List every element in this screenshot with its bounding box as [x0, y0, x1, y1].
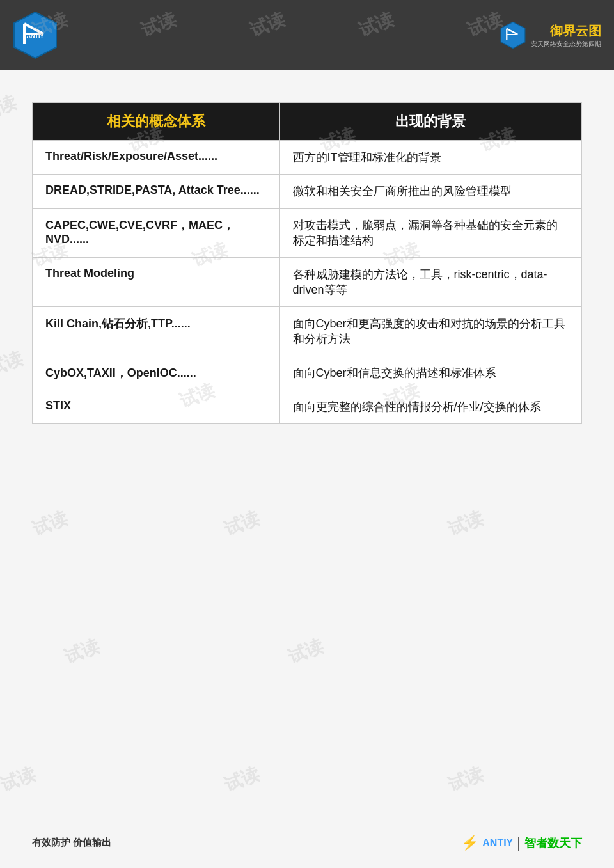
lightning-icon: ⚡ — [461, 835, 478, 851]
table-header-row: 相关的概念体系 出现的背景 — [33, 103, 582, 141]
table-cell-right: 微软和相关安全厂商所推出的风险管理模型 — [279, 175, 581, 209]
col-left-header: 相关的概念体系 — [33, 103, 280, 141]
footer-antiy-text: ANTIY — [482, 837, 513, 849]
table-row: Kill Chain,钻石分析,TTP......面向Cyber和更高强度的攻击… — [33, 307, 582, 356]
footer-separator: | — [517, 835, 521, 851]
table-cell-right: 面向更完整的综合性的情报分析/作业/交换的体系 — [279, 390, 581, 424]
table-cell-left: STIX — [33, 390, 280, 424]
table-cell-right: 对攻击模式，脆弱点，漏洞等各种基础的安全元素的标定和描述结构 — [279, 209, 581, 258]
table-body: Threat/Risk/Exposure/Asset......西方的IT管理和… — [33, 141, 582, 424]
table-cell-right: 面向Cyber和信息交换的描述和标准体系 — [279, 356, 581, 390]
header-right-logo: 御界云图 安天网络安全态势第四期 — [500, 21, 601, 49]
table-cell-right: 各种威胁建模的方法论，工具，risk-centric，data-driven等等 — [279, 258, 581, 307]
footer-logo: ⚡ ANTIY | 智者数天下 — [461, 835, 582, 851]
footer-tagline: 有效防护 价值输出 — [32, 837, 111, 849]
table-cell-left: Kill Chain,钻石分析,TTP...... — [33, 307, 280, 356]
header-brand-name: 御界云图 — [531, 22, 601, 40]
svg-marker-5 — [501, 22, 525, 48]
table-row: Threat/Risk/Exposure/Asset......西方的IT管理和… — [33, 141, 582, 175]
table-cell-left: Threat Modeling — [33, 258, 280, 307]
table-row: DREAD,STRIDE,PASTA, Attack Tree......微软和… — [33, 175, 582, 209]
table-row: CybOX,TAXII，OpenIOC......面向Cyber和信息交换的描述… — [33, 356, 582, 390]
header-brand-subtitle: 安天网络安全态势第四期 — [531, 40, 601, 49]
table-cell-left: Threat/Risk/Exposure/Asset...... — [33, 141, 280, 175]
page-header: ANTIY 御界云图 安天网络安全态势第四期 — [0, 0, 614, 70]
table-row: STIX面向更完整的综合性的情报分析/作业/交换的体系 — [33, 390, 582, 424]
page-footer: 有效防护 价值输出 ⚡ ANTIY | 智者数天下 — [0, 817, 614, 868]
table-cell-right: 西方的IT管理和标准化的背景 — [279, 141, 581, 175]
table-cell-right: 面向Cyber和更高强度的攻击和对抗的场景的分析工具和分析方法 — [279, 307, 581, 356]
main-content: 相关的概念体系 出现的背景 Threat/Risk/Exposure/Asset… — [0, 70, 614, 817]
footer-zh-text: 智者数天下 — [524, 835, 582, 851]
antiy-logo: ANTIY — [13, 11, 58, 59]
table-cell-left: DREAD,STRIDE,PASTA, Attack Tree...... — [33, 175, 280, 209]
table-cell-left: CAPEC,CWE,CVE,CVRF，MAEC，NVD...... — [33, 209, 280, 258]
table-row: CAPEC,CWE,CVE,CVRF，MAEC，NVD......对攻击模式，脆… — [33, 209, 582, 258]
table-row: Threat Modeling各种威胁建模的方法论，工具，risk-centri… — [33, 258, 582, 307]
concept-table: 相关的概念体系 出现的背景 Threat/Risk/Exposure/Asset… — [32, 102, 582, 424]
table-cell-left: CybOX,TAXII，OpenIOC...... — [33, 356, 280, 390]
col-right-header: 出现的背景 — [279, 103, 581, 141]
